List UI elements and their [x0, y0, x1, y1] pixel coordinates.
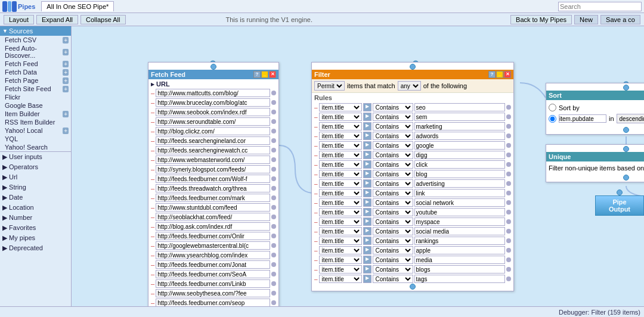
- rule-op-select[interactable]: Contains: [373, 151, 413, 159]
- url-input[interactable]: [156, 279, 270, 288]
- remove-rule-icon[interactable]: –: [314, 142, 318, 149]
- rule-arrow-icon[interactable]: ▶: [363, 246, 371, 254]
- rule-value-input[interactable]: [414, 170, 505, 178]
- remove-url-icon[interactable]: –: [151, 128, 154, 135]
- url-connector-dot[interactable]: [271, 224, 276, 229]
- url-connector-dot[interactable]: [271, 291, 276, 296]
- add-icon[interactable]: +: [63, 111, 69, 117]
- remove-url-icon[interactable]: –: [151, 118, 154, 125]
- url-input[interactable]: [156, 270, 270, 278]
- url-connector-dot[interactable]: [271, 281, 276, 286]
- rule-connector-dot[interactable]: [506, 143, 511, 148]
- remove-url-icon[interactable]: –: [151, 213, 154, 220]
- sub-section-header[interactable]: ▶ Url: [0, 172, 71, 182]
- rule-op-select[interactable]: Contains: [373, 179, 413, 188]
- remove-rule-icon[interactable]: –: [314, 161, 318, 168]
- remove-url-icon[interactable]: –: [151, 271, 154, 278]
- sidebar-item[interactable]: Feed Auto-Discover...+: [0, 44, 71, 60]
- rule-arrow-icon[interactable]: ▶: [363, 103, 371, 111]
- remove-url-icon[interactable]: –: [151, 175, 154, 182]
- url-input[interactable]: [156, 251, 270, 259]
- remove-url-icon[interactable]: –: [151, 223, 154, 230]
- new-button[interactable]: New: [574, 15, 598, 24]
- remove-url-icon[interactable]: –: [151, 204, 154, 211]
- rule-arrow-icon[interactable]: ▶: [363, 198, 371, 207]
- sub-section-header[interactable]: ▶ Operators: [0, 162, 71, 172]
- rule-value-input[interactable]: [414, 275, 505, 283]
- rule-connector-dot[interactable]: [506, 238, 511, 243]
- remove-rule-icon[interactable]: –: [314, 181, 318, 187]
- canvas[interactable]: Fetch Feed ? _ ✕ ▸ URL – – – – – – – – –: [72, 26, 644, 306]
- rule-value-input[interactable]: [414, 237, 505, 245]
- rule-value-input[interactable]: [414, 151, 505, 159]
- search-input[interactable]: [558, 2, 642, 11]
- url-connector-dot[interactable]: [271, 138, 276, 143]
- sub-section-header[interactable]: ▶ String: [0, 182, 71, 192]
- sub-section-header[interactable]: ▶ Deprecated: [0, 243, 71, 253]
- remove-rule-icon[interactable]: –: [314, 238, 318, 244]
- unique-header[interactable]: Unique ? _ ✕: [546, 152, 644, 161]
- rule-arrow-icon[interactable]: ▶: [363, 170, 371, 178]
- rule-value-input[interactable]: [414, 217, 505, 226]
- rule-field-select[interactable]: item.title: [319, 179, 362, 188]
- remove-rule-icon[interactable]: –: [314, 152, 318, 158]
- url-connector-dot[interactable]: [271, 176, 276, 181]
- sidebar-item[interactable]: Google Base: [0, 101, 71, 110]
- rule-value-input[interactable]: [414, 160, 505, 169]
- url-connector-dot[interactable]: [271, 234, 276, 238]
- url-connector-dot[interactable]: [271, 129, 276, 133]
- sidebar-item[interactable]: YQL: [0, 135, 71, 143]
- fetch-feed-min-button[interactable]: _: [261, 71, 268, 78]
- url-connector-dot[interactable]: [271, 262, 276, 267]
- unique-top-connector[interactable]: [623, 146, 629, 152]
- url-input[interactable]: [156, 165, 270, 173]
- url-input[interactable]: [156, 136, 270, 145]
- rule-op-select[interactable]: Contains: [373, 227, 413, 235]
- rule-connector-dot[interactable]: [506, 124, 511, 129]
- rule-field-select[interactable]: item.title: [319, 132, 362, 140]
- sub-section-header[interactable]: ▶ User inputs: [0, 152, 71, 162]
- add-icon[interactable]: +: [63, 69, 69, 76]
- rule-value-input[interactable]: [414, 122, 505, 130]
- remove-url-icon[interactable]: –: [151, 156, 154, 163]
- sort-field-radio[interactable]: [549, 115, 556, 123]
- filter-top-connector[interactable]: [410, 64, 416, 70]
- rule-field-select[interactable]: item.title: [319, 275, 362, 283]
- sidebar-item[interactable]: Fetch Data+: [0, 68, 71, 76]
- remove-url-icon[interactable]: –: [151, 280, 154, 287]
- remove-rule-icon[interactable]: –: [314, 114, 318, 120]
- filter-help-button[interactable]: ?: [488, 71, 496, 78]
- rule-arrow-icon[interactable]: ▶: [363, 179, 371, 188]
- sub-section-header[interactable]: ▶ Location: [0, 203, 71, 213]
- remove-url-icon[interactable]: –: [151, 242, 154, 249]
- rule-field-select[interactable]: item.title: [319, 246, 362, 254]
- rule-arrow-icon[interactable]: ▶: [363, 208, 371, 216]
- remove-url-icon[interactable]: –: [151, 147, 154, 154]
- filter-close-button[interactable]: ✕: [504, 71, 511, 78]
- sidebar-item[interactable]: Yahoo! Local+: [0, 126, 71, 135]
- rule-op-select[interactable]: Contains: [373, 198, 413, 207]
- remove-url-icon[interactable]: –: [151, 185, 154, 192]
- sources-header[interactable]: ▼ Sources: [0, 26, 71, 36]
- sub-section-header[interactable]: ▶ Number: [0, 213, 71, 223]
- sidebar-item[interactable]: RSS Item Builder: [0, 118, 71, 126]
- url-connector-dot[interactable]: [271, 195, 276, 200]
- url-input[interactable]: [156, 156, 270, 164]
- remove-rule-icon[interactable]: –: [314, 123, 318, 130]
- fetch-feed-top-connector[interactable]: [210, 64, 216, 70]
- rule-op-select[interactable]: Contains: [373, 103, 413, 111]
- remove-url-icon[interactable]: –: [151, 89, 154, 97]
- url-connector-dot[interactable]: [271, 119, 276, 124]
- rule-arrow-icon[interactable]: ▶: [363, 237, 371, 245]
- rule-connector-dot[interactable]: [506, 172, 511, 176]
- url-input[interactable]: [156, 184, 270, 192]
- back-to-pipes-button[interactable]: Back to My Pipes: [510, 15, 572, 24]
- filter-min-button[interactable]: _: [496, 71, 503, 78]
- rule-op-select[interactable]: Contains: [373, 217, 413, 226]
- rule-connector-dot[interactable]: [506, 114, 511, 119]
- remove-rule-icon[interactable]: –: [314, 247, 318, 254]
- match-select[interactable]: anyall: [398, 81, 421, 91]
- sort-header[interactable]: Sort ? _ ✕: [546, 91, 644, 100]
- remove-url-icon[interactable]: –: [151, 299, 154, 306]
- url-input[interactable]: [156, 194, 270, 202]
